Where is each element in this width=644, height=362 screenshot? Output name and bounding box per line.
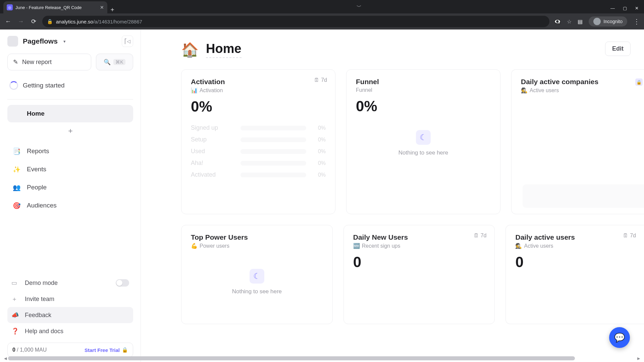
card-subtitle: Active users <box>530 87 559 94</box>
help-docs-row[interactable]: ❓ Help and docs <box>7 323 133 339</box>
window-controls: — ▢ ✕ <box>610 6 639 11</box>
range-selector[interactable]: 🗓 7d <box>474 233 487 239</box>
compose-icon: ✎ <box>13 58 18 66</box>
events-icon: ✨ <box>13 165 21 173</box>
empty-state-text: Nothing to see here <box>232 288 282 295</box>
tab-favicon: ◎ <box>7 4 13 10</box>
edit-button[interactable]: Edit <box>605 42 631 56</box>
demo-mode-row[interactable]: ▭ Demo mode <box>7 275 133 291</box>
bookmark-star-icon[interactable]: ☆ <box>567 18 572 25</box>
placeholder-panel <box>523 184 644 208</box>
step-row: Aha!0% <box>191 160 326 167</box>
getting-started-button[interactable]: Getting started <box>7 78 133 93</box>
invite-team-label: Invite team <box>25 296 54 303</box>
card-daily-active-users[interactable]: Daily active users 🕵️ Active users 🗓 7d … <box>505 225 644 324</box>
search-icon: 🔍 <box>104 59 111 66</box>
audiences-icon: 🎯 <box>13 201 21 209</box>
range-label: 7d <box>630 233 636 239</box>
card-title: Daily active users <box>515 233 635 241</box>
card-title: Top Power Users <box>191 233 323 241</box>
calendar-icon: 🗓 <box>474 233 479 239</box>
card-title: Daily New Users <box>353 233 485 241</box>
people-icon: 👥 <box>13 183 21 191</box>
scroll-left-icon[interactable]: ◀ <box>3 356 8 361</box>
range-selector[interactable]: 🗓 7d <box>623 233 636 239</box>
incognito-badge[interactable]: Incognito <box>589 16 627 26</box>
moon-icon: ☾ <box>416 130 431 145</box>
eye-off-icon[interactable]: 👁‍🗨 <box>554 18 561 25</box>
sidebar-item-reports[interactable]: 📑 Reports <box>7 142 133 160</box>
address-bar[interactable]: 🔒 analytics.june.so/a/14631/home/28867 <box>42 16 549 27</box>
step-bar <box>240 173 306 177</box>
lock-icon: 🔒 <box>47 19 53 24</box>
step-row: Signed up0% <box>191 124 326 131</box>
step-bar <box>240 126 306 130</box>
incognito-label: Incognito <box>603 19 623 24</box>
range-selector[interactable]: 🗓 7d <box>314 77 327 83</box>
chevron-down-icon: ▾ <box>63 39 66 44</box>
plus-icon: ＋ <box>67 126 74 136</box>
invite-team-row[interactable]: ＋ Invite team <box>7 291 133 307</box>
sidebar-item-home[interactable]: 🏠 Home <box>7 105 133 122</box>
window-maximize-icon[interactable]: ▢ <box>623 6 627 11</box>
sidebar: Pageflows ▾ ⎡◁ ✎ New report 🔍 ⌘K Getting… <box>0 29 141 362</box>
browser-menu-icon[interactable]: ⋮ <box>633 17 640 25</box>
tab-overflow-icon[interactable]: ﹀ <box>357 4 362 10</box>
incognito-icon <box>593 18 601 25</box>
activation-steps: Signed up0% Setup0% Used0% Aha!0% Activa… <box>191 124 326 178</box>
detective-icon: 🕵️ <box>521 87 527 94</box>
demo-icon: ▭ <box>11 279 19 287</box>
side-panel-icon[interactable]: ▤ <box>578 18 583 25</box>
search-button[interactable]: 🔍 ⌘K <box>96 54 133 70</box>
help-icon: ❓ <box>11 327 19 335</box>
progress-spinner-icon <box>9 81 18 90</box>
browser-forward-icon[interactable]: → <box>17 18 25 25</box>
add-view-button[interactable]: ＋ <box>7 122 133 140</box>
tab-close-icon[interactable]: ✕ <box>100 5 104 10</box>
demo-mode-toggle[interactable] <box>116 279 129 287</box>
feedback-row[interactable]: 📣 Feedback <box>7 307 133 323</box>
horizontal-scrollbar[interactable]: ◀ ▶ <box>3 356 641 361</box>
collapse-sidebar-button[interactable]: ⎡◁ <box>122 36 133 47</box>
card-daily-new-users[interactable]: Daily New Users 🆕 Recent sign ups 🗓 7d 0 <box>343 225 495 324</box>
new-report-button[interactable]: ✎ New report <box>7 54 91 70</box>
megaphone-icon: 📣 <box>11 311 19 319</box>
browser-back-icon[interactable]: ← <box>4 18 12 25</box>
start-free-trial-button[interactable]: Start Free Trial 🔒 <box>85 347 128 353</box>
app-root: Pageflows ▾ ⎡◁ ✎ New report 🔍 ⌘K Getting… <box>0 29 644 362</box>
page-title[interactable]: Home <box>206 42 241 58</box>
card-title: Funnel <box>356 78 491 86</box>
scrollbar-thumb[interactable] <box>8 356 575 360</box>
step-bar <box>240 161 306 166</box>
card-subtitle: Active users <box>524 243 553 249</box>
plus-icon: ＋ <box>11 295 19 303</box>
browser-reload-icon[interactable]: ⟳ <box>30 18 38 25</box>
new-tab-button[interactable]: ＋ <box>107 5 117 13</box>
card-value: 0 <box>353 254 485 270</box>
mau-card: 0 / 1,000 MAU Start Free Trial 🔒 <box>7 343 133 357</box>
scroll-right-icon[interactable]: ▶ <box>636 356 641 361</box>
browser-toolbar: ← → ⟳ 🔒 analytics.june.so/a/14631/home/2… <box>0 13 644 29</box>
demo-mode-label: Demo mode <box>25 280 58 287</box>
workspace-switcher[interactable]: Pageflows ▾ <box>7 36 66 47</box>
intercom-launcher[interactable]: 💬 <box>609 327 630 348</box>
sidebar-item-audiences[interactable]: 🎯 Audiences <box>7 197 133 214</box>
window-close-icon[interactable]: ✕ <box>635 6 639 11</box>
sidebar-item-people[interactable]: 👥 People <box>7 179 133 196</box>
feedback-label: Feedback <box>25 312 51 319</box>
card-daily-active-companies[interactable]: Daily active companies 🕵️ Active users 🔒 <box>511 69 644 214</box>
new-report-label: New report <box>22 59 52 66</box>
card-top-power-users[interactable]: Top Power Users 💪 Power users ☾ Nothing … <box>181 225 333 324</box>
sidebar-item-label: People <box>27 184 47 191</box>
card-activation[interactable]: Activation 📊 Activation 🗓 7d 0% Signed u… <box>181 69 335 214</box>
flex-icon: 💪 <box>191 243 197 249</box>
search-shortcut: ⌘K <box>113 59 125 65</box>
sidebar-item-events[interactable]: ✨ Events <box>7 161 133 178</box>
tab-title: June - Feature Release_QR Code <box>15 5 97 10</box>
window-minimize-icon[interactable]: — <box>610 6 615 11</box>
new-badge-icon: 🆕 <box>353 243 359 249</box>
step-row: Used0% <box>191 148 326 155</box>
browser-tab[interactable]: ◎ June - Feature Release_QR Code ✕ <box>3 1 107 13</box>
card-funnel[interactable]: Funnel Funnel 0% ☾ Nothing to see here <box>346 69 500 214</box>
step-bar <box>240 149 306 154</box>
